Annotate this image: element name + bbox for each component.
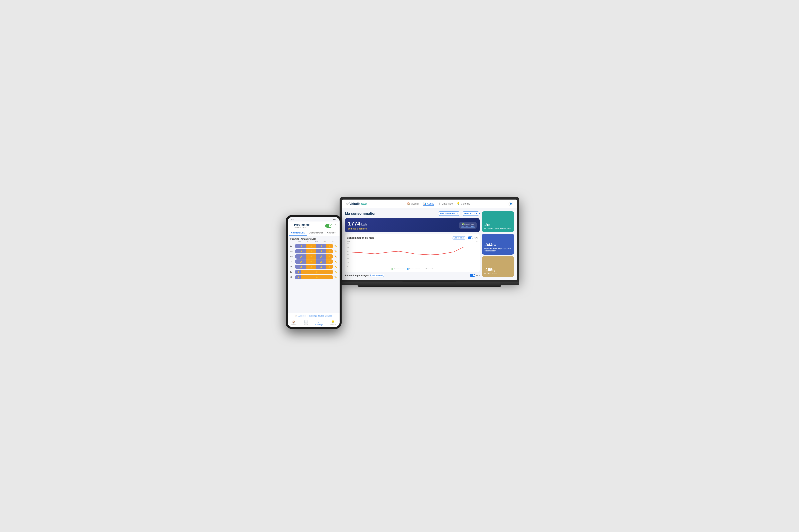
phone-nav-conso-label: Conso [304,324,308,326]
day-label-ma: Ma [290,250,294,252]
sched-sat-night: 🌙 [295,270,301,274]
voir-detail-button[interactable]: Voir en détail [452,236,466,240]
y-120: 120 [347,243,349,244]
phone-nav-conseils[interactable]: 💡 Conseils [330,320,336,326]
edit-icon-lu[interactable]: ✏️ [334,245,337,247]
day-label-di: Di [290,276,294,278]
day-schedule-ma: 🌙 ☀️ 🌙 ☀️ [295,249,333,253]
kwh-toggle[interactable] [468,236,473,239]
phone-header-controls: ⋮ [325,224,337,228]
stat-unit-3: kg [492,269,495,271]
edit-icon-ve[interactable]: ✏️ [334,266,337,268]
mars-2022-dropdown[interactable]: Mars 2022 ▼ [462,211,479,216]
sched-night-me1: 🌙 [295,254,306,259]
day-row-di: Di 🌙 ☀️ ✏️ [288,274,340,280]
stat-number-3: -155 [485,267,492,272]
nav-item-chauffage[interactable]: 🌡 Chauffage [438,202,453,206]
time-06h: 06h [304,241,312,243]
phone-nav-conso[interactable]: 📊 Conso [304,320,308,326]
repartition-voir-detail-button[interactable]: Voir en détail [370,274,384,277]
day-label-sa: Sa [290,271,294,273]
sched-di-day: ☀️ [301,275,333,279]
phone-header-left: ← Programme Semaine travail [290,223,310,228]
vue-mensuelle-dropdown[interactable]: Vue Mensuelle ▼ [438,211,460,216]
sched-day-ve1: ☀️ [306,265,316,269]
nav-label-chauffage: Chauffage [442,202,453,205]
sched-night-1: 🌙 [295,244,306,248]
sched-night-ve2: 🌙 [316,265,326,269]
edit-icon-ma[interactable]: ✏️ [334,250,337,253]
sched-night-ma1: 🌙 [295,249,306,253]
nav-label-conseils: Conseils [461,202,470,205]
y-100: 100 [347,247,349,248]
y-0: 0 [347,265,349,267]
user-avatar[interactable]: 👤 [509,202,513,206]
bulb-icon: 💡 [457,202,460,205]
stat-desc-2: dépensés grâce au pilotage de la consomm… [485,247,512,252]
sched-night-je2: 🌙 [316,260,326,264]
toggle-group: kWh [468,236,478,239]
nav-item-accueil[interactable]: 🏠 Accueil [407,202,419,206]
logo: my Voltalis BETA [346,202,366,206]
nav-item-conso[interactable]: 📊 Conso [423,202,434,206]
planning-rows: Lu 🌙 ☀️ 🌙 ☀️ ✏️ Ma 🌙 ☀️ 🌙 [288,244,340,313]
edit-icon-di[interactable]: ✏️ [334,276,337,279]
tab-chambre-marius[interactable]: Chambre Marius [307,230,325,236]
legend-hp: Heures pleines [407,268,420,270]
nav-label-conso: Conso [427,202,434,205]
stat-value-3: -155kg [485,268,512,271]
edit-icon-me[interactable]: ✏️ [334,255,337,258]
check-icon: ✅ [461,223,464,225]
scene: my Voltalis BETA 🏠 Accueil 📊 Conso [280,191,519,341]
legend-hc-label: Heures creuses [394,268,405,270]
bars-container [351,243,478,267]
energy-card: 1774 kWh soit 306 € estimés [345,218,479,232]
logo-voltalis: Voltalis [349,202,361,206]
tab-chambre-lola[interactable]: Chambre Lola [289,230,307,236]
stat-unit-1: % [488,224,490,227]
laptop-stand [358,285,502,287]
phone: 9:41 ●●● ← Programme Semaine travail ⋮ [286,215,342,329]
y-axis-label-temp: °C [476,241,478,243]
nav-item-conseils[interactable]: 💡 Conseils [457,202,470,206]
edit-icon-je[interactable]: ✏️ [334,261,337,263]
stat-number-1: -9 [485,223,488,227]
repartition-toggle-group: kWh [470,274,479,277]
sched-night-me2: 🌙 [316,254,326,259]
sched-day-2: ☀️ [326,244,333,248]
tab-chambre[interactable]: Chambre [325,230,338,236]
time-24h: 24h [329,241,337,243]
repartition-title: Répartition par usages [345,274,369,277]
phone-nav-chauffage[interactable]: 🌡 Chauffage [315,320,323,326]
legend-temp-label: Temp. ext. [426,268,433,270]
back-button[interactable]: ← [290,224,293,227]
edit-icon-sa[interactable]: ✏️ [334,271,337,273]
phone-toggle[interactable] [325,224,332,228]
day-row-me: Me 🌙 ☀️ 🌙 ☀️ ✏️ [288,254,340,259]
sched-night-ma2: 🌙 [316,249,326,253]
repartition-toggle[interactable] [470,274,475,277]
chart-title: Consommation du mois [347,236,374,239]
objectif-label: Objectif tenu [464,223,474,225]
legend-temp-line [422,269,425,269]
phone-nav-chart-icon: 📊 [304,320,308,323]
phone-status-bar: 9:41 ●●● [288,217,340,222]
sched-day-1: ☀️ [306,244,316,248]
sched-sat-day: ☀️ [301,270,333,274]
stat-unit-2: kWh [492,244,497,247]
kwh-number: 1774 [348,221,360,227]
voir-objectif-link[interactable]: Voir mon objectif [461,226,475,227]
phone-nav-accueil[interactable]: 🏠 Accueil [291,320,296,326]
menu-dots-icon[interactable]: ⋮ [334,224,337,228]
repartition-row: Répartition par usages Voir en détail kW… [345,274,479,277]
day-schedule-di: 🌙 ☀️ [295,275,333,279]
day-label-me: Me [290,255,294,258]
content-left: Ma consommation Vue Mensuelle ▼ Mars 202… [345,211,479,277]
planning-header-row: 00h 06h 12h 18h 24h [288,241,340,244]
sched-day-me1: ☀️ [306,254,316,259]
legend-hc-dot [392,268,393,270]
day-row-je: Je 🌙 ☀️ 🌙 ☀️ ✏️ [288,259,340,264]
apply-planning-link[interactable]: 📋 Appliquer ce planning à d'autres appar… [288,313,340,319]
page-title-row: Ma consommation Vue Mensuelle ▼ Mars 202… [345,211,479,216]
kwh-unit: kWh [361,223,367,226]
